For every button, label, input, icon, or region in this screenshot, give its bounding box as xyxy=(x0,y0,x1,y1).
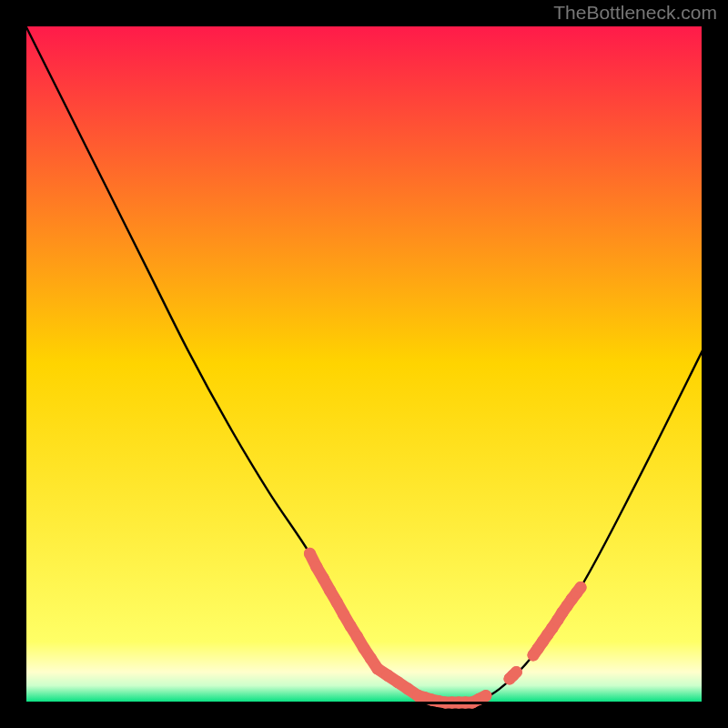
plot-background xyxy=(25,25,703,703)
bottleneck-chart xyxy=(0,0,728,728)
attribution-label: TheBottleneck.com xyxy=(553,2,717,24)
svg-point-55 xyxy=(511,666,522,678)
svg-point-76 xyxy=(575,581,587,593)
chart-container: TheBottleneck.com xyxy=(0,0,728,728)
svg-point-50 xyxy=(480,690,491,702)
